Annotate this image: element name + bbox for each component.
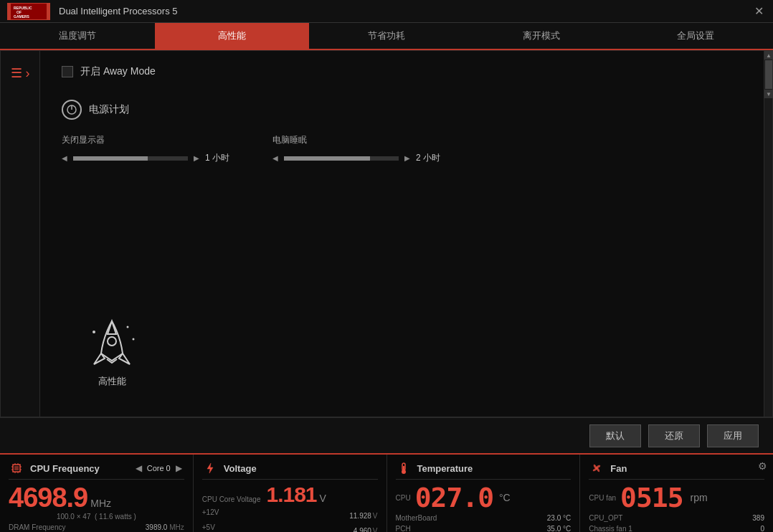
voltage-title: Voltage: [224, 463, 378, 474]
title-bar: REPUBLIC OF GAMERS Dual Intelligent Proc…: [0, 0, 773, 23]
temp-header: Temperature: [396, 460, 572, 480]
cpu-opt-row: CPU_OPT 389: [589, 514, 764, 522]
sleep-slider-row: ◀ ▶ 2 小时: [272, 152, 440, 164]
slider-right-arrow[interactable]: ▶: [194, 154, 199, 162]
sleep-value: 2 小时: [416, 152, 440, 164]
cpu-nav: ◀ Core 0 ▶: [133, 463, 184, 473]
perf-label: 高性能: [98, 375, 126, 388]
performance-icon-area: 高性能: [80, 314, 144, 388]
display-off-value: 1 小时: [205, 152, 229, 164]
svg-point-9: [133, 338, 135, 341]
sleep-slider[interactable]: [284, 156, 399, 161]
cpu-freq-value: 4698.9: [9, 484, 87, 511]
left-sidebar: ☰ ›: [1, 51, 40, 417]
svg-text:GAMERS: GAMERS: [14, 14, 30, 19]
power-plan-section: 电源计划 关闭显示器 ◀ ▶ 1 小时: [62, 100, 742, 164]
svg-marker-20: [207, 463, 213, 473]
tab-global[interactable]: 全局设置: [618, 23, 773, 49]
fan-title: Fan: [610, 463, 764, 474]
app-title: Dual Intelligent Processors 5: [59, 6, 751, 16]
restore-button[interactable]: 还原: [648, 424, 700, 447]
voltage-header: Voltage: [202, 460, 378, 480]
cpu-freq-display: 4698.9 MHz: [9, 484, 184, 511]
gear-icon[interactable]: ⚙: [758, 460, 767, 472]
sleep-label: 电脑睡眠: [272, 134, 440, 146]
cpu-fan-label: CPU fan: [589, 494, 616, 502]
apply-button[interactable]: 应用: [707, 424, 759, 447]
content-area: 开启 Away Mode 电源计划 关闭显示器 ◀: [40, 51, 764, 417]
svg-point-8: [127, 326, 129, 328]
scrollbar[interactable]: ▲ ▼: [764, 51, 772, 417]
tab-temp[interactable]: 温度调节: [0, 23, 155, 49]
main-content: ☰ › 开启 Away Mode 电源计划 关闭显示: [0, 50, 773, 417]
scroll-thumb[interactable]: [765, 60, 772, 89]
dram-label: DRAM Frequency: [9, 523, 65, 531]
display-off-group: 关闭显示器 ◀ ▶ 1 小时: [62, 134, 229, 164]
cpu-prev-btn[interactable]: ◀: [133, 463, 144, 473]
display-off-slider-row: ◀ ▶ 1 小时: [62, 152, 229, 164]
fan-panel: Fan ⚙ CPU fan 0515 rpm CPU_OPT 389 Chass…: [580, 455, 773, 532]
volt-row-5v: +5V 4.960V: [202, 523, 378, 532]
cpu-freq-title: CPU Frequency: [30, 463, 128, 474]
sliders-row: 关闭显示器 ◀ ▶ 1 小时 电脑睡眠 ◀: [62, 134, 742, 164]
temp-icon: [396, 460, 412, 476]
rog-logo: REPUBLIC OF GAMERS: [7, 3, 50, 20]
cpu-multiplier: 100.0 × 47 ( 11.6 watts ): [9, 513, 184, 521]
svg-point-7: [93, 331, 95, 333]
cpu-freq-panel: CPU Frequency ◀ Core 0 ▶ 4698.9 MHz 100.…: [0, 455, 194, 532]
display-off-slider[interactable]: [73, 156, 188, 161]
cpu-icon: [9, 460, 24, 476]
slider-left-arrow[interactable]: ◀: [62, 154, 67, 162]
voltage-icon: [202, 460, 218, 476]
fan-header: Fan: [589, 460, 764, 480]
tab-fan[interactable]: 离开模式: [464, 23, 619, 49]
menu-icon[interactable]: ☰ ›: [11, 65, 30, 81]
cpu-freq-unit: MHz: [90, 498, 111, 509]
close-button[interactable]: ✕: [751, 4, 766, 19]
power-icon: [62, 100, 82, 120]
cpu-core-voltage-unit: V: [320, 493, 326, 504]
chassis-fan1-row: Chassis fan 1 0: [589, 525, 764, 532]
cpu-fan-unit: rpm: [691, 492, 708, 503]
away-mode-checkbox[interactable]: [62, 66, 73, 77]
dram-row: DRAM Frequency 3989.0 MHz: [9, 523, 184, 531]
power-plan-title: 电源计划: [89, 103, 129, 116]
away-mode-label: 开启 Away Mode: [80, 65, 156, 78]
cpu-temp-label: CPU: [396, 494, 411, 502]
cpu-next-btn[interactable]: ▶: [174, 463, 184, 473]
cpu-fan-value: 0515: [620, 484, 683, 511]
temperature-panel: Temperature CPU 027.0 °C MotherBoard 23.…: [387, 455, 581, 532]
power-plan-header: 电源计划: [62, 100, 742, 120]
pch-temp-row: PCH 35.0 °C: [396, 525, 572, 532]
cpu-core-voltage-value: 1.181: [266, 484, 316, 505]
away-mode-row: 开启 Away Mode: [62, 65, 742, 78]
svg-point-6: [108, 337, 116, 346]
tab-save[interactable]: 节省功耗: [309, 23, 464, 49]
scroll-down[interactable]: ▼: [764, 90, 773, 98]
sleep-group: 电脑睡眠 ◀ ▶ 2 小时: [272, 134, 440, 164]
temp-title: Temperature: [417, 463, 572, 474]
cpu-temp-value: 027.0: [415, 484, 493, 511]
scroll-up[interactable]: ▲: [764, 51, 773, 60]
action-bar: 默认 还原 应用: [0, 417, 773, 453]
dram-value: 3989.0 MHz: [146, 523, 184, 531]
volt-row-12v: +12V 11.928V: [202, 508, 378, 521]
sleep-slider-right[interactable]: ▶: [404, 154, 410, 162]
svg-rect-11: [14, 466, 19, 470]
cpu-freq-header: CPU Frequency ◀ Core 0 ▶: [9, 460, 184, 480]
display-off-label: 关闭显示器: [62, 134, 229, 146]
cpu-temp-unit: °C: [499, 492, 511, 503]
tab-perf[interactable]: 高性能: [155, 23, 310, 49]
cpu-core-label: Core 0: [147, 464, 171, 472]
voltage-panel: Voltage CPU Core Voltage 1.181 V +12V 11…: [194, 455, 387, 532]
default-button[interactable]: 默认: [589, 424, 641, 447]
tab-bar: 温度调节 高性能 节省功耗 离开模式 全局设置: [0, 23, 773, 50]
status-bar: CPU Frequency ◀ Core 0 ▶ 4698.9 MHz 100.…: [0, 453, 773, 532]
cpu-core-voltage-label: CPU Core Voltage: [202, 495, 261, 503]
rocket-icon: [80, 314, 144, 371]
motherboard-temp-row: MotherBoard 23.0 °C: [396, 514, 572, 522]
sleep-slider-left[interactable]: ◀: [272, 154, 278, 162]
fan-icon: [589, 460, 604, 476]
